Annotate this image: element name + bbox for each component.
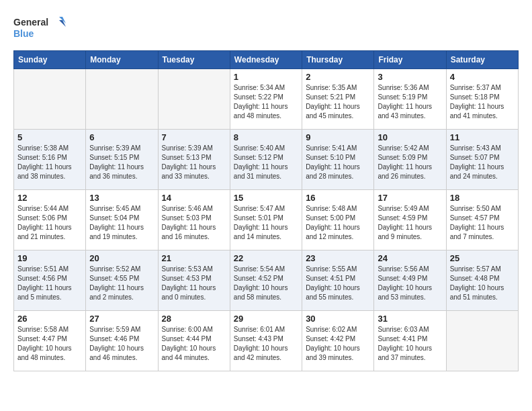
day-number: 8 — [234, 132, 298, 142]
col-header-monday: Monday — [86, 51, 158, 69]
day-info: Sunrise: 6:01 AMSunset: 4:43 PMDaylight:… — [234, 325, 298, 363]
day-info: Sunrise: 5:52 AMSunset: 4:55 PMDaylight:… — [89, 265, 154, 302]
day-info: Sunrise: 5:38 AMSunset: 5:16 PMDaylight:… — [17, 144, 82, 181]
calendar-cell: 11Sunrise: 5:43 AMSunset: 5:07 PMDayligh… — [446, 130, 518, 190]
col-header-thursday: Thursday — [302, 51, 374, 69]
calendar-cell: 15Sunrise: 5:47 AMSunset: 5:01 PMDayligh… — [230, 190, 302, 250]
calendar-cell: 9Sunrise: 5:41 AMSunset: 5:10 PMDaylight… — [302, 130, 374, 190]
calendar-cell: 22Sunrise: 5:54 AMSunset: 4:52 PMDayligh… — [230, 250, 302, 311]
day-number: 20 — [89, 253, 154, 263]
day-number: 4 — [450, 72, 515, 82]
calendar-cell — [14, 69, 86, 130]
day-number: 15 — [234, 193, 298, 203]
day-info: Sunrise: 5:45 AMSunset: 5:04 PMDaylight:… — [89, 204, 154, 242]
svg-marker-3 — [59, 20, 66, 27]
col-header-tuesday: Tuesday — [158, 51, 230, 69]
calendar-cell: 23Sunrise: 5:55 AMSunset: 4:51 PMDayligh… — [302, 250, 374, 311]
day-number: 27 — [89, 314, 154, 324]
day-info: Sunrise: 6:00 AMSunset: 4:44 PMDaylight:… — [162, 325, 226, 363]
svg-text:General: General — [13, 17, 48, 28]
calendar-cell: 6Sunrise: 5:39 AMSunset: 5:15 PMDaylight… — [86, 130, 158, 190]
day-info: Sunrise: 5:41 AMSunset: 5:10 PMDaylight:… — [306, 144, 370, 181]
day-number: 16 — [306, 193, 370, 203]
day-number: 31 — [378, 314, 442, 324]
calendar-cell: 14Sunrise: 5:46 AMSunset: 5:03 PMDayligh… — [158, 190, 230, 250]
day-info: Sunrise: 5:39 AMSunset: 5:15 PMDaylight:… — [89, 144, 154, 181]
day-info: Sunrise: 5:39 AMSunset: 5:13 PMDaylight:… — [162, 144, 226, 181]
calendar-cell: 21Sunrise: 5:53 AMSunset: 4:53 PMDayligh… — [158, 250, 230, 311]
calendar-cell: 28Sunrise: 6:00 AMSunset: 4:44 PMDayligh… — [158, 311, 230, 371]
day-number: 25 — [450, 253, 515, 263]
calendar-cell: 7Sunrise: 5:39 AMSunset: 5:13 PMDaylight… — [158, 130, 230, 190]
calendar-cell: 4Sunrise: 5:37 AMSunset: 5:18 PMDaylight… — [446, 69, 518, 130]
col-header-friday: Friday — [374, 51, 446, 69]
day-info: Sunrise: 5:36 AMSunset: 5:19 PMDaylight:… — [378, 83, 442, 121]
calendar-cell — [158, 69, 230, 130]
calendar-cell: 20Sunrise: 5:52 AMSunset: 4:55 PMDayligh… — [86, 250, 158, 311]
calendar-cell: 19Sunrise: 5:51 AMSunset: 4:56 PMDayligh… — [14, 250, 86, 311]
day-number: 11 — [450, 132, 515, 142]
calendar-cell: 27Sunrise: 5:59 AMSunset: 4:46 PMDayligh… — [86, 311, 158, 371]
week-row-3: 12Sunrise: 5:44 AMSunset: 5:06 PMDayligh… — [14, 190, 519, 250]
calendar-cell: 18Sunrise: 5:50 AMSunset: 4:57 PMDayligh… — [446, 190, 518, 250]
calendar-cell: 16Sunrise: 5:48 AMSunset: 5:00 PMDayligh… — [302, 190, 374, 250]
day-number: 6 — [89, 132, 154, 142]
day-info: Sunrise: 5:34 AMSunset: 5:22 PMDaylight:… — [234, 83, 298, 121]
day-number: 23 — [306, 253, 370, 263]
day-info: Sunrise: 5:37 AMSunset: 5:18 PMDaylight:… — [450, 83, 515, 121]
day-info: Sunrise: 5:53 AMSunset: 4:53 PMDaylight:… — [162, 265, 226, 302]
day-number: 7 — [162, 132, 226, 142]
logo: General Blue — [13, 13, 67, 44]
day-number: 14 — [162, 193, 226, 203]
day-number: 24 — [378, 253, 442, 263]
day-info: Sunrise: 5:59 AMSunset: 4:46 PMDaylight:… — [89, 325, 154, 363]
day-info: Sunrise: 5:50 AMSunset: 4:57 PMDaylight:… — [450, 204, 515, 242]
day-number: 12 — [17, 193, 82, 203]
calendar-cell: 30Sunrise: 6:02 AMSunset: 4:42 PMDayligh… — [302, 311, 374, 371]
col-header-sunday: Sunday — [14, 51, 86, 69]
day-info: Sunrise: 5:47 AMSunset: 5:01 PMDaylight:… — [234, 204, 298, 242]
day-number: 18 — [450, 193, 515, 203]
day-info: Sunrise: 5:48 AMSunset: 5:00 PMDaylight:… — [306, 204, 370, 242]
day-number: 28 — [162, 314, 226, 324]
calendar-cell: 31Sunrise: 6:03 AMSunset: 4:41 PMDayligh… — [374, 311, 446, 371]
day-info: Sunrise: 5:57 AMSunset: 4:48 PMDaylight:… — [450, 265, 515, 302]
day-number: 10 — [378, 132, 442, 142]
calendar-cell: 25Sunrise: 5:57 AMSunset: 4:48 PMDayligh… — [446, 250, 518, 311]
day-number: 2 — [306, 72, 370, 82]
calendar-cell: 1Sunrise: 5:34 AMSunset: 5:22 PMDaylight… — [230, 69, 302, 130]
calendar-cell: 5Sunrise: 5:38 AMSunset: 5:16 PMDaylight… — [14, 130, 86, 190]
day-info: Sunrise: 5:40 AMSunset: 5:12 PMDaylight:… — [234, 144, 298, 181]
day-info: Sunrise: 5:58 AMSunset: 4:47 PMDaylight:… — [17, 325, 82, 363]
week-row-2: 5Sunrise: 5:38 AMSunset: 5:16 PMDaylight… — [14, 130, 519, 190]
calendar-cell: 29Sunrise: 6:01 AMSunset: 4:43 PMDayligh… — [230, 311, 302, 371]
header-row: SundayMondayTuesdayWednesdayThursdayFrid… — [14, 51, 519, 69]
calendar-table: SundayMondayTuesdayWednesdayThursdayFrid… — [13, 50, 519, 371]
day-info: Sunrise: 5:51 AMSunset: 4:56 PMDaylight:… — [17, 265, 82, 302]
col-header-wednesday: Wednesday — [230, 51, 302, 69]
day-info: Sunrise: 5:54 AMSunset: 4:52 PMDaylight:… — [234, 265, 298, 302]
calendar-cell: 3Sunrise: 5:36 AMSunset: 5:19 PMDaylight… — [374, 69, 446, 130]
week-row-5: 26Sunrise: 5:58 AMSunset: 4:47 PMDayligh… — [14, 311, 519, 371]
day-number: 1 — [234, 72, 298, 82]
day-info: Sunrise: 5:44 AMSunset: 5:06 PMDaylight:… — [17, 204, 82, 242]
day-number: 22 — [234, 253, 298, 263]
day-info: Sunrise: 5:46 AMSunset: 5:03 PMDaylight:… — [162, 204, 226, 242]
day-info: Sunrise: 5:56 AMSunset: 4:49 PMDaylight:… — [378, 265, 442, 302]
calendar-cell: 2Sunrise: 5:35 AMSunset: 5:21 PMDaylight… — [302, 69, 374, 130]
calendar-cell: 12Sunrise: 5:44 AMSunset: 5:06 PMDayligh… — [14, 190, 86, 250]
calendar-cell — [86, 69, 158, 130]
day-number: 17 — [378, 193, 442, 203]
calendar-cell: 10Sunrise: 5:42 AMSunset: 5:09 PMDayligh… — [374, 130, 446, 190]
week-row-1: 1Sunrise: 5:34 AMSunset: 5:22 PMDaylight… — [14, 69, 519, 130]
calendar-cell: 24Sunrise: 5:56 AMSunset: 4:49 PMDayligh… — [374, 250, 446, 311]
calendar-cell: 13Sunrise: 5:45 AMSunset: 5:04 PMDayligh… — [86, 190, 158, 250]
day-number: 9 — [306, 132, 370, 142]
day-info: Sunrise: 6:02 AMSunset: 4:42 PMDaylight:… — [306, 325, 370, 363]
logo-svg: General Blue — [13, 13, 67, 44]
page-header: General Blue — [13, 13, 519, 44]
day-info: Sunrise: 6:03 AMSunset: 4:41 PMDaylight:… — [378, 325, 442, 363]
week-row-4: 19Sunrise: 5:51 AMSunset: 4:56 PMDayligh… — [14, 250, 519, 311]
day-number: 21 — [162, 253, 226, 263]
col-header-saturday: Saturday — [446, 51, 518, 69]
